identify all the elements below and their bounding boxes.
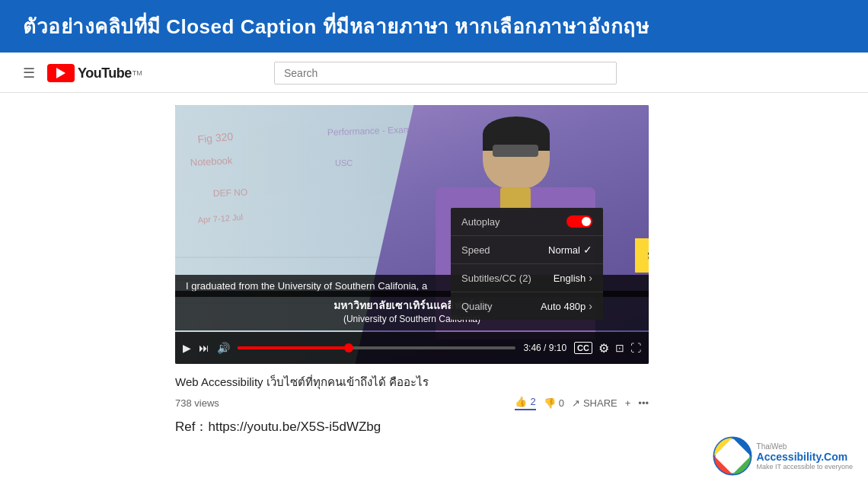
autoplay-toggle[interactable]	[566, 215, 592, 228]
settings-quality-row[interactable]: Quality Auto 480p ›	[451, 292, 603, 320]
video-meta: 738 views 👍 2 👎 0 ↗ SHARE + ••	[175, 396, 649, 410]
video-visual: Fig 320 Notebook DEF NO Apr 7-12 Jul Per…	[175, 105, 649, 364]
svg-text:Performance - Exam: Performance - Exam	[327, 124, 411, 138]
add-button[interactable]: +	[625, 397, 631, 409]
person-collar	[500, 187, 531, 210]
logo-text: ThaiWeb Accessibility.Com Make IT access…	[757, 442, 853, 470]
play-button[interactable]: ▶	[183, 342, 191, 354]
callout-text: มีภาษาของ CC ให้เลือก	[647, 249, 649, 262]
svg-text:TW: TW	[726, 452, 739, 461]
caption-text: I graduated from the University of South…	[186, 280, 427, 292]
share-button[interactable]: ↗ SHARE	[572, 397, 617, 409]
svg-text:Fig 320: Fig 320	[197, 130, 234, 145]
svg-text:Apr 7-12 Jul: Apr 7-12 Jul	[197, 212, 243, 225]
volume-icon[interactable]: 🔊	[217, 342, 230, 354]
settings-speed-row[interactable]: Speed Normal ✓	[451, 236, 603, 264]
dislike-count: 0	[559, 397, 564, 409]
like-count: 2	[530, 396, 535, 407]
settings-gear-icon[interactable]: ⚙	[598, 341, 609, 356]
hamburger-icon[interactable]: ☰	[23, 65, 35, 81]
callout-box: มีภาษาของ CC ให้เลือก	[635, 238, 649, 273]
svg-text:Notebook: Notebook	[190, 155, 233, 168]
progress-fill	[238, 346, 349, 349]
thumbs-down-icon: 👎	[544, 397, 556, 409]
quality-chevron-icon: ›	[589, 300, 592, 312]
share-label: SHARE	[583, 397, 617, 409]
quality-value: Auto 480p ›	[541, 300, 592, 312]
svg-text:DEF NO: DEF NO	[213, 187, 248, 199]
speed-check-icon: ✓	[583, 244, 592, 256]
add-icon: +	[625, 397, 631, 409]
time-display: 3:46 / 9:10	[523, 343, 566, 353]
youtube-logo-tm: TM	[132, 69, 142, 77]
logo-accessibility-text: Accessibility.Com	[757, 451, 853, 463]
video-info: Web Accessibility เว็บไซต์ที่ทุกคนเข้าถึ…	[175, 373, 649, 410]
person-sunglasses	[493, 145, 538, 157]
youtube-logo-icon	[47, 64, 75, 82]
speed-label: Speed	[461, 244, 490, 256]
dislike-button[interactable]: 👎 0	[544, 397, 564, 409]
subtitles-label: Subtitles/CC (2)	[461, 273, 531, 284]
branding-logo: TW ThaiWeb Accessibility.Com Make IT acc…	[713, 436, 853, 476]
logo-tagline: Make IT accessible to everyone	[757, 463, 853, 470]
main-content: Fig 320 Notebook DEF NO Apr 7-12 Jul Per…	[0, 93, 868, 410]
thumbs-up-icon: 👍	[515, 396, 527, 407]
cc-icon[interactable]: CC	[574, 342, 592, 354]
settings-menu[interactable]: Autoplay Speed Normal ✓ Subtitles/CC (2)…	[451, 208, 603, 320]
fullscreen-icon[interactable]: ⛶	[630, 342, 641, 354]
progress-bar[interactable]	[238, 346, 515, 349]
youtube-logo: YouTubeTM	[47, 64, 142, 82]
youtube-logo-text: YouTube	[78, 65, 132, 81]
more-button[interactable]: •••	[638, 397, 649, 409]
logo-svg: TW	[713, 436, 752, 476]
subtitles-value: English ›	[554, 272, 592, 284]
miniplayer-icon[interactable]: ⊡	[615, 342, 624, 354]
ctrl-icons: CC ⚙ ⊡ ⛶	[574, 341, 641, 356]
search-input[interactable]	[274, 62, 617, 85]
header-title: ตัวอย่างคลิปที่มี Closed Caption ที่มีหล…	[23, 11, 649, 42]
svg-text:USC: USC	[335, 158, 353, 167]
autoplay-label: Autoplay	[461, 216, 500, 228]
video-title: Web Accessibility เว็บไซต์ที่ทุกคนเข้าถึ…	[175, 373, 649, 391]
header-banner: ตัวอย่างคลิปที่มี Closed Caption ที่มีหล…	[0, 0, 868, 53]
video-controls: ▶ ⏭ 🔊 3:46 / 9:10 CC ⚙ ⊡ ⛶	[175, 332, 649, 364]
video-container: Fig 320 Notebook DEF NO Apr 7-12 Jul Per…	[175, 105, 649, 364]
subtitles-chevron-icon: ›	[589, 272, 592, 284]
logo-circle-container: TW	[713, 436, 752, 476]
share-icon: ↗	[572, 397, 580, 409]
view-count: 738 views	[175, 397, 219, 409]
speed-value: Normal ✓	[548, 244, 592, 256]
more-icon: •••	[638, 397, 649, 409]
like-button[interactable]: 👍 2	[515, 396, 535, 410]
progress-dot	[344, 343, 353, 352]
quality-label: Quality	[461, 301, 492, 312]
action-buttons: 👍 2 👎 0 ↗ SHARE + •••	[515, 396, 649, 410]
youtube-navbar: ☰ YouTubeTM	[0, 53, 868, 93]
settings-subtitles-row[interactable]: Subtitles/CC (2) English ›	[451, 264, 603, 292]
logo-thai-text: ThaiWeb	[757, 442, 853, 451]
next-button[interactable]: ⏭	[199, 342, 209, 354]
ref-text: Ref：https://youtu.be/X5S-i5dWZbg	[175, 419, 381, 434]
settings-autoplay-row[interactable]: Autoplay	[451, 208, 603, 236]
